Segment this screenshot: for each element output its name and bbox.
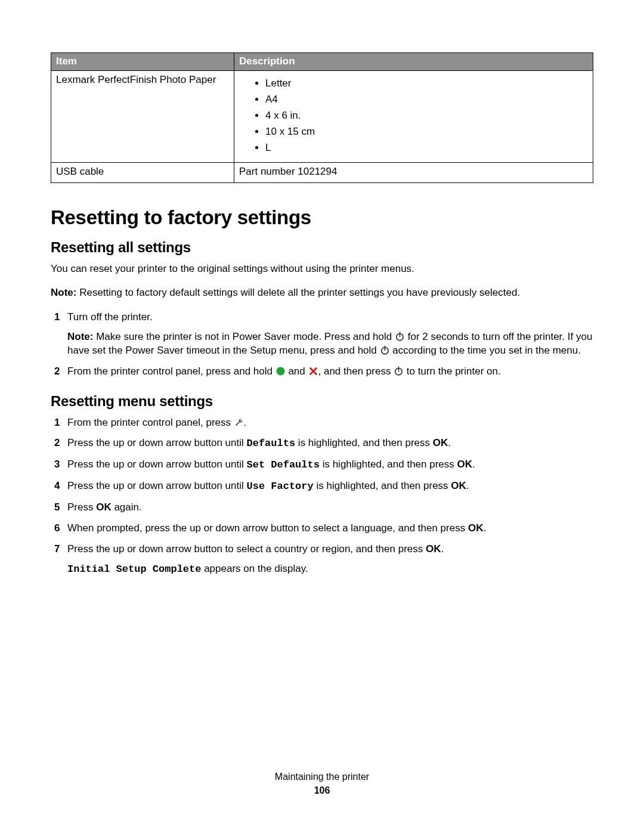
step-item: From the printer control panel, press an… [51,365,593,379]
step-item: Press the up or down arrow button until … [51,458,593,472]
step-text: Turn off the printer. [67,311,153,323]
col-item: Item [51,53,234,71]
heading-1: Resetting to factory settings [51,205,593,231]
paragraph: You can reset your printer to the origin… [51,262,593,276]
step-text: appears on the display. [201,563,308,574]
note-text: according to the time you set in the men… [390,345,581,356]
ok-label: OK [468,522,484,534]
code-text: Defaults [247,438,296,449]
step-text: , and then press [318,366,394,377]
step-item: Press the up or down arrow button until … [51,479,593,494]
ok-label: OK [457,459,473,470]
step-text: When prompted, press the up or down arro… [67,522,468,534]
table-header-row: Item Description [51,53,593,71]
step-note: Note: Make sure the printer is not in Po… [67,330,593,358]
heading-2-menu: Resetting menu settings [51,392,593,411]
step-item: Turn off the printer. Note: Make sure th… [51,311,593,358]
item-cell: Lexmark PerfectFinish Photo Paper [51,70,234,162]
step-text: . [483,522,486,534]
step-text: Press the up or down arrow button until [67,437,247,448]
step-text: From the printer control panel, press an… [67,366,275,377]
list-item: Letter [265,76,588,92]
start-icon [275,366,286,376]
step-text: . [441,543,444,555]
heading-2-all: Resetting all settings [51,238,593,257]
note-paragraph: Note: Resetting to factory default setti… [51,286,593,300]
list-item: L [265,140,588,156]
steps-menu: From the printer control panel, press . … [51,416,593,577]
item-cell: USB cable [51,162,234,182]
step-item: Press the up or down arrow button until … [51,436,593,451]
ok-label: OK [433,437,448,448]
note-label: Note: [51,287,76,298]
document-page: Item Description Lexmark PerfectFinish P… [0,0,644,833]
note-text: Resetting to factory default settings wi… [76,287,520,298]
step-item: Press the up or down arrow button to sel… [51,543,593,577]
step-text: . [448,437,451,448]
code-text: Use Factory [247,481,314,492]
table-row: USB cable Part number 1021294 [51,162,593,182]
code-text: Initial Setup Complete [67,563,201,575]
note-label: Note: [67,331,93,342]
power-icon [395,332,405,342]
step-text: Press [67,501,96,513]
ok-label: OK [426,543,441,555]
step-text: to turn the printer on. [404,366,501,377]
step-text: Press the up or down arrow button until [67,459,247,470]
wrench-icon [234,417,244,428]
step-item: When prompted, press the up or down arro… [51,522,593,535]
step-item: From the printer control panel, press . [51,416,593,430]
description-cell: Part number 1021294 [234,162,593,182]
page-footer: Maintaining the printer 106 [0,770,644,797]
size-list: Letter A4 4 x 6 in. 10 x 15 cm L [239,76,588,156]
step-text: again. [112,501,142,513]
step-text: is highlighted, and then press [320,459,457,470]
col-description: Description [234,53,593,71]
step-text: From the printer control panel, press [67,417,234,428]
page-number: 106 [0,784,644,797]
step-text: Press the up or down arrow button until [67,480,247,491]
list-item: 10 x 15 cm [265,124,588,140]
note-text: Make sure the printer is not in Power Sa… [93,331,395,342]
description-cell: Letter A4 4 x 6 in. 10 x 15 cm L [234,70,593,162]
power-icon [380,345,390,355]
step-text: is highlighted, and then press [314,480,451,491]
step-text: . [472,459,475,470]
step-text: . [466,480,469,491]
cancel-icon [308,366,318,376]
code-text: Set Defaults [247,459,320,470]
step-text: is highlighted, and then press [295,437,433,448]
ok-label: OK [96,501,112,513]
step-result: Initial Setup Complete appears on the di… [67,562,593,577]
spec-table: Item Description Lexmark PerfectFinish P… [51,52,593,183]
power-icon [394,366,404,376]
list-item: A4 [265,92,588,108]
footer-section: Maintaining the printer [0,770,644,784]
table-row: Lexmark PerfectFinish Photo Paper Letter… [51,70,593,162]
step-text: Press the up or down arrow button to sel… [67,543,426,555]
step-text: . [244,417,247,428]
list-item: 4 x 6 in. [265,108,588,124]
step-item: Press OK again. [51,501,593,515]
step-text: and [286,366,308,377]
steps-all: Turn off the printer. Note: Make sure th… [51,311,593,379]
ok-label: OK [451,480,466,491]
